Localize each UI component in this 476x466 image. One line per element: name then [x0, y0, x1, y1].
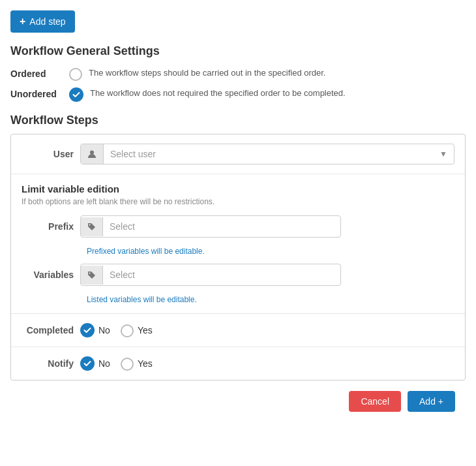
user-select-wrapper[interactable]: Select user ▼	[80, 144, 454, 164]
variables-field-group: Variables Select Listed variables will b…	[22, 264, 454, 304]
plus-icon: +	[20, 16, 25, 27]
ordered-option[interactable]: Ordered The workflow steps should be car…	[10, 67, 466, 81]
person-icon	[87, 149, 97, 159]
user-select-placeholder: Select user	[110, 149, 156, 159]
workflow-steps-title: Workflow Steps	[10, 114, 466, 127]
variables-row: Variables Select	[22, 264, 454, 286]
add-button[interactable]: Add +	[408, 391, 455, 412]
variables-input-wrapper[interactable]: Select	[80, 264, 341, 286]
limit-variable-desc: If both options are left blank there wil…	[22, 197, 454, 206]
notify-no-label: No	[98, 358, 110, 369]
svg-point-1	[89, 224, 91, 225]
completed-yes-radio[interactable]	[121, 324, 134, 337]
prefix-input[interactable]: Select	[103, 216, 340, 237]
variables-tag-icon	[81, 266, 103, 285]
completed-yes-option[interactable]: Yes	[121, 324, 153, 337]
footer-actions: Cancel Add +	[10, 383, 466, 420]
checkmark-icon	[72, 91, 80, 99]
ordered-radio[interactable]	[69, 68, 82, 81]
user-dropdown-arrow: ▼	[439, 149, 447, 159]
ordered-description: The workflow steps should be carried out…	[89, 67, 325, 79]
tag-icon-prefix	[87, 223, 96, 231]
user-row: User Select user ▼	[11, 134, 465, 174]
unordered-option[interactable]: Unordered The workflow does not required…	[10, 87, 466, 102]
completed-no-option[interactable]: No	[80, 323, 110, 337]
notify-no-option[interactable]: No	[80, 356, 110, 371]
notify-no-checked[interactable]	[80, 356, 95, 371]
user-icon	[81, 144, 104, 164]
completed-no-label: No	[98, 325, 110, 335]
limit-variable-title: Limit variable edition	[22, 183, 454, 194]
variables-input[interactable]: Select	[103, 264, 340, 285]
notify-label: Notify	[22, 358, 74, 369]
add-step-button[interactable]: + Add step	[10, 10, 75, 33]
completed-label: Completed	[22, 325, 74, 335]
prefix-label: Prefix	[22, 221, 74, 232]
notify-options: No Yes	[80, 356, 153, 371]
unordered-description: The workflow does not required the speci…	[90, 87, 346, 99]
completed-yes-label: Yes	[138, 325, 153, 335]
completed-no-checked[interactable]	[80, 323, 95, 337]
prefix-field-group: Prefix Select Prefixed variables will be…	[22, 215, 454, 256]
general-settings-title: Workflow General Settings	[10, 44, 466, 58]
prefix-input-wrapper[interactable]: Select	[80, 215, 341, 238]
user-select-dropdown[interactable]: Select user ▼	[104, 149, 454, 159]
workflow-steps-card: User Select user ▼ Limit variable editio…	[10, 134, 466, 381]
notify-row: Notify No Yes	[11, 347, 465, 380]
unordered-radio-checked[interactable]	[69, 87, 83, 102]
svg-point-0	[90, 151, 94, 155]
completed-row: Completed No Yes	[11, 314, 465, 347]
prefix-row: Prefix Select	[22, 215, 454, 238]
notify-no-checkmark	[83, 360, 91, 367]
variables-hint: Listed variables will be editable.	[87, 295, 454, 304]
notify-yes-option[interactable]: Yes	[121, 357, 153, 371]
notify-yes-radio[interactable]	[121, 358, 134, 371]
unordered-label: Unordered	[10, 87, 63, 99]
tag-icon-variables	[87, 271, 96, 279]
variables-label: Variables	[22, 270, 74, 280]
svg-point-2	[89, 272, 91, 273]
limit-variable-section: Limit variable edition If both options a…	[11, 174, 465, 314]
add-step-label: Add step	[29, 16, 65, 27]
prefix-tag-icon	[81, 217, 103, 236]
ordered-label: Ordered	[10, 67, 63, 79]
cancel-button[interactable]: Cancel	[349, 391, 401, 412]
completed-options: No Yes	[80, 323, 153, 337]
completed-no-checkmark	[83, 326, 91, 334]
user-label: User	[22, 149, 74, 159]
notify-yes-label: Yes	[138, 358, 153, 369]
prefix-hint: Prefixed variables will be editable.	[87, 247, 454, 256]
workflow-general-settings: Workflow General Settings Ordered The wo…	[10, 44, 466, 102]
workflow-steps-section: Workflow Steps User Select user ▼ Limit	[10, 114, 466, 420]
